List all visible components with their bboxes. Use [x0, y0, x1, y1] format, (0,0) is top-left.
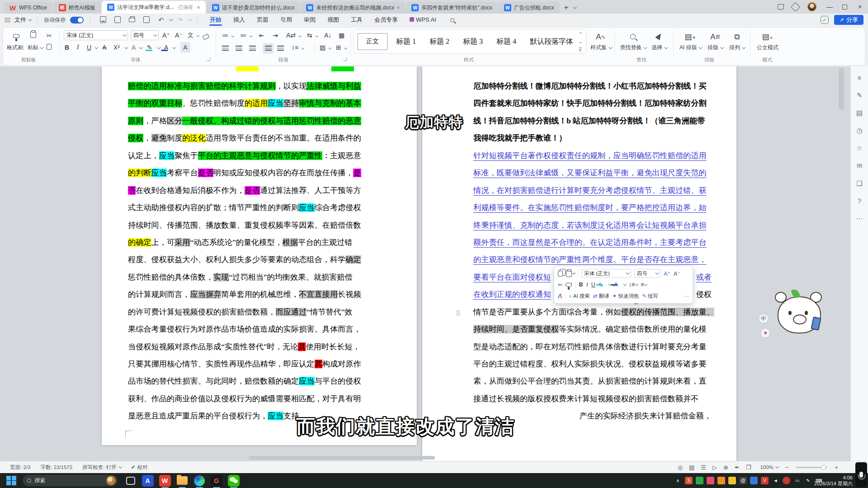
heart-badge[interactable]: ♥ — [760, 328, 770, 338]
document-line[interactable]: 平衡的双重目标。惩罚性赔偿制度的适用应当坚持审慎与克制的基本 — [128, 95, 366, 112]
bold-icon[interactable]: B — [63, 42, 71, 53]
hamburger-icon[interactable] — [5, 18, 10, 22]
document-line[interactable]: 情节是否严重要从多个方面综合考量，例如侵权的传播范围、播放量、 — [473, 304, 712, 321]
document-line[interactable]: 原则，严格区分一般侵权、构成过错的侵权与适用惩罚性赔偿的恶意 — [128, 113, 366, 130]
app-g[interactable]: G — [211, 475, 222, 487]
mini-ai-快速润色[interactable]: ✦快速润色 — [613, 293, 639, 300]
mini-ai-AI 搜索[interactable]: ⌕AI 搜索 — [569, 293, 590, 300]
style-item[interactable]: 标题 3 — [458, 34, 488, 49]
document-tab[interactable]: WWPS Office — [4, 2, 52, 14]
document-line[interactable]: 型是动态适配的，即在对惩罚性赔偿具体倍数进行计算时要充分考量 — [473, 338, 712, 356]
menu-tab-页面[interactable]: 页面 — [251, 14, 274, 26]
font-name-select[interactable]: 宋体 (正文) — [64, 30, 128, 40]
document-line[interactable]: 程度、侵权获益大小、权利人损失多少等要素的动态组合，科学确定 — [128, 251, 366, 268]
tray-app-1[interactable]: S — [685, 477, 693, 484]
docer-cube-icon[interactable] — [791, 2, 800, 11]
search-highlight-image[interactable] — [106, 476, 116, 485]
search-icon[interactable] — [450, 18, 454, 22]
undo-icon[interactable]: ↶ — [156, 16, 165, 24]
tray-app-9[interactable] — [783, 477, 790, 484]
document-tab[interactable]: W广告位招租.docx — [499, 2, 560, 14]
tab-list-chevron-icon[interactable] — [573, 5, 577, 9]
document-line[interactable]: 厄加特特分割线！微博厄加特特分割线！小红书厄加特特分割线！买 — [473, 78, 712, 95]
document-line[interactable]: 接通过长视频的版权授权费来计算短视频侵权的损害赔偿数额并不 — [473, 390, 712, 408]
tray-app-5[interactable] — [728, 477, 736, 484]
taskbar-clock[interactable]: 4:06 2026/3/14 星期六 — [814, 475, 853, 487]
tray-monitor[interactable]: ▭ — [793, 477, 801, 484]
document-line[interactable]: 只要其挪用核心情节、实质性再现作品精华，即应认定其构成对原作 — [128, 356, 366, 373]
text-direction-icon[interactable]: ⇆ — [307, 30, 317, 41]
font-color-icon[interactable]: A — [614, 282, 625, 288]
style-gallery-down-icon[interactable]: ⌄ — [578, 38, 583, 45]
increase-font-icon[interactable]: A⁺ — [162, 30, 170, 41]
clipboard-launcher-icon[interactable] — [207, 57, 210, 61]
comment-icon[interactable]: ✉ — [854, 161, 865, 171]
wps[interactable]: W — [159, 475, 171, 487]
zoom-level[interactable]: 100% — [760, 465, 778, 470]
fullscreen-icon[interactable]: ❐ — [746, 464, 751, 471]
edge[interactable] — [193, 475, 205, 487]
increase-indent-icon[interactable]: ⇥ — [273, 30, 278, 41]
document-icon[interactable]: ▤ — [854, 108, 865, 118]
mini-ai-续写[interactable]: ✎续写 — [642, 293, 658, 300]
document-line[interactable]: 式主动助推侵权内容的扩散；情节严重性的判断则应当综合考虑侵权 — [128, 199, 366, 216]
undo-chevron-icon[interactable] — [169, 17, 173, 21]
web-view-icon[interactable]: ⊕ — [723, 464, 728, 471]
font-launcher-icon[interactable] — [343, 57, 347, 61]
file-explorer[interactable] — [176, 475, 188, 487]
font-name-select[interactable]: 宋体 (正文) — [581, 269, 631, 278]
doc-mode-button[interactable]: ▤★ 公文模式 — [754, 30, 782, 52]
highlight-chevron-icon[interactable] — [157, 45, 160, 49]
underline-icon[interactable]: U — [591, 282, 595, 288]
tray-app-6[interactable]: @ — [739, 477, 747, 484]
menu-tab-审阅[interactable]: 审阅 — [298, 14, 321, 26]
find-replace-button[interactable]: 查找替换 — [618, 30, 648, 52]
redo-chevron-icon[interactable] — [188, 17, 192, 21]
decrease-indent-icon[interactable]: ⇤ — [259, 30, 264, 41]
save-icon[interactable] — [99, 16, 108, 24]
menu-tab-插入[interactable]: 插入 — [227, 14, 251, 26]
style-item[interactable]: 正文 — [357, 33, 388, 50]
document-line[interactable]: 的计算规则而言，应当摒弃简单套用的机械思维，不宜直接用长视频 — [128, 286, 366, 303]
document-tab[interactable]: W未经授权请勿搬运我的视频.docx — [301, 2, 405, 14]
arrange-button[interactable]: ⧉ 排列 — [726, 30, 747, 52]
document-line[interactable]: 额外责任，而这显然是不合理的。在认定适用条件时，主要考虑平台 — [473, 234, 712, 251]
paste-label[interactable]: 粘贴 — [28, 44, 42, 52]
document-line[interactable]: 终秉持谨慎、克制的态度，若该制度泛化适用将会让短视频平台承担 — [473, 217, 712, 234]
page-view-icon[interactable]: ▤ — [689, 464, 694, 471]
help-icon[interactable]: ？ — [854, 196, 865, 206]
style-gallery-more-icon[interactable]: ⊽ — [578, 47, 582, 53]
play-icon[interactable]: ▷ — [712, 464, 717, 471]
minimize-button[interactable]: — — [825, 3, 834, 10]
document-line[interactable]: 侵权，避免制度的泛化适用导致平台责任的不当加重。在适用条件的 — [128, 130, 366, 147]
document-line[interactable]: 四件套就来厄加特特家纺！快手厄加特特分割线！厄加特特家纺分割 — [473, 95, 712, 112]
highlight-pen-icon[interactable]: ✎ — [147, 42, 152, 53]
page-2[interactable]: 赔偿的适用标准与损害赔偿的科学计算规则，以实现法律威慑与利益平衡的双重目标。惩罚… — [102, 66, 417, 445]
paste-icon[interactable] — [566, 270, 575, 277]
font-size-select[interactable]: 四号 — [634, 269, 660, 278]
bold-icon[interactable]: B — [579, 282, 583, 288]
star-icon[interactable]: ☆ — [854, 143, 865, 153]
phonetic-guide-icon[interactable]: 文 — [188, 30, 198, 41]
paragraph-marks-icon[interactable]: ▦ — [339, 30, 344, 41]
format-painter-icon[interactable] — [13, 30, 19, 41]
menu-tab-开始[interactable]: 开始 — [204, 14, 227, 26]
shading-icon[interactable]: ▨ — [320, 42, 330, 53]
ai-layout-button[interactable]: ▤✦ AI 排版 — [677, 30, 704, 52]
layout-button[interactable]: A≡ 排版 — [705, 30, 726, 52]
tray-app-8[interactable]: V — [761, 477, 769, 484]
italic-icon[interactable]: I — [75, 42, 81, 53]
justify-icon[interactable] — [263, 43, 274, 54]
increase-font-icon[interactable]: A⁺ — [664, 270, 670, 277]
edit-icon[interactable]: ✎ — [854, 90, 865, 100]
wechat[interactable] — [228, 475, 240, 487]
style-item[interactable]: 标题 4 — [491, 34, 522, 49]
window-stack-icon[interactable] — [778, 4, 784, 9]
style-item[interactable]: 标题 1 — [391, 34, 421, 49]
document-line[interactable]: 线！抖音厄加特特分割线！b 站厄加特特呀分割线！（谁三角洲能带 — [473, 113, 712, 130]
more-icon[interactable]: ⋯ — [854, 214, 865, 224]
line-spacing-icon[interactable]: ↕≡ — [629, 282, 638, 288]
more-options-icon[interactable]: ··· — [684, 293, 689, 299]
document-line[interactable]: 平台的主观过错程度、权利人实际损失状况、侵权获益规模等诸多要 — [473, 356, 712, 373]
text-effects-chevron-icon[interactable] — [139, 45, 142, 49]
